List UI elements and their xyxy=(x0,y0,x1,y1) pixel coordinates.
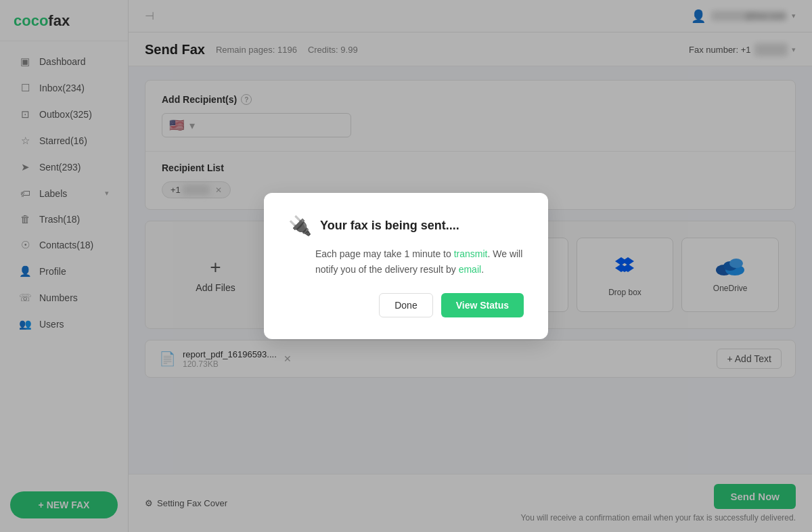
modal-body-end: . xyxy=(481,264,484,275)
fax-sent-modal: 🔌 Your fax is being sent.... Each page m… xyxy=(264,193,548,339)
modal-body-text1: Each page may take 1 minute to xyxy=(315,248,454,259)
plug-icon: 🔌 xyxy=(288,215,312,237)
transmit-link[interactable]: transmit xyxy=(454,248,488,259)
modal-body: Each page may take 1 minute to transmit.… xyxy=(315,246,524,277)
modal-overlay: 🔌 Your fax is being sent.... Each page m… xyxy=(0,0,812,532)
done-button[interactable]: Done xyxy=(379,293,432,317)
email-link[interactable]: email xyxy=(459,264,481,275)
view-status-button[interactable]: View Status xyxy=(441,293,524,317)
modal-title: Your fax is being sent.... xyxy=(320,219,459,233)
modal-header: 🔌 Your fax is being sent.... xyxy=(288,215,524,237)
modal-actions: Done View Status xyxy=(288,293,524,317)
